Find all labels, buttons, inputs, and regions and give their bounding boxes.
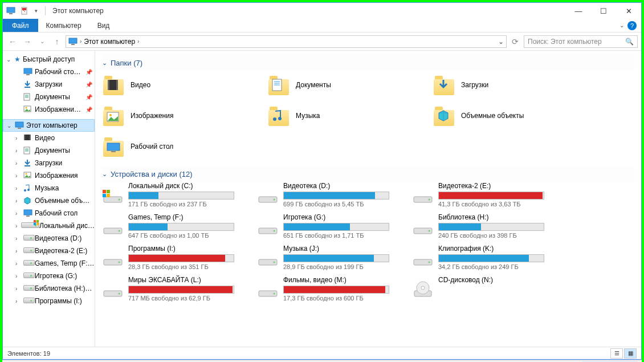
tree-item[interactable]: ›Библиотека (H:)…: [3, 282, 95, 295]
drive-item[interactable]: Клипография (K:)34,2 ГБ свободно из 249 …: [412, 245, 555, 270]
folder-item[interactable]: Рабочий стол: [102, 132, 244, 161]
drive-item[interactable]: Фильмы, видео (M:)17,3 ГБ свободно из 60…: [257, 276, 400, 302]
chevron-down-icon[interactable]: ⌄: [102, 59, 107, 67]
tree-item[interactable]: Рабочий сто…📌: [3, 66, 95, 78]
icons-view-button[interactable]: ▦: [624, 348, 637, 359]
drive-item[interactable]: Миры ЭКСАБАЙТА (L:)717 МБ свободно из 62…: [102, 276, 244, 302]
folder-label: Видео: [131, 81, 150, 89]
chevron-right-icon[interactable]: ›: [15, 185, 21, 192]
folder-label: Загрузки: [461, 81, 488, 89]
svg-rect-52: [103, 194, 106, 197]
content-pane[interactable]: ⌄ Папки (7) ВидеоДокументыЗагрузкиИзобра…: [95, 51, 641, 347]
pin-icon: 📌: [85, 107, 92, 113]
chevron-right-icon[interactable]: ›: [15, 298, 21, 304]
this-pc-node[interactable]: ⌄ Этот компьютер: [3, 119, 95, 132]
tree-item[interactable]: ›Видеотека-2 (E:): [3, 245, 95, 257]
chevron-right-icon[interactable]: ›: [15, 198, 21, 204]
folder-item[interactable]: Объемные объекты: [433, 101, 575, 130]
tree-item[interactable]: ›Локальный дис…: [3, 219, 95, 232]
separator: [45, 6, 46, 15]
tree-item[interactable]: ›Документы: [3, 144, 95, 157]
chevron-right-icon[interactable]: ›: [15, 286, 21, 292]
details-view-button[interactable]: ☰: [610, 348, 623, 359]
drive-item[interactable]: Игротека (G:)651 ГБ свободно из 1,71 ТБ: [257, 213, 400, 239]
tree-item[interactable]: ›Объемные объ…: [3, 194, 95, 207]
recent-dropdown[interactable]: ⌄: [36, 35, 48, 48]
chevron-right-icon[interactable]: ›: [15, 235, 21, 242]
maximize-button[interactable]: ☐: [591, 3, 616, 19]
folder-item[interactable]: Документы: [267, 71, 410, 99]
drives-group-header[interactable]: ⌄ Устройства и диски (12): [102, 166, 634, 182]
chevron-right-icon[interactable]: ›: [15, 273, 21, 279]
tree-item[interactable]: ›Games, Temp (F:…: [3, 257, 95, 270]
chevron-down-icon[interactable]: ⌄: [102, 170, 107, 178]
folders-group-header[interactable]: ⌄ Папки (7): [102, 55, 634, 71]
computer-tab[interactable]: Компьютер: [38, 22, 89, 30]
chevron-right-icon[interactable]: ›: [15, 223, 19, 229]
refresh-button[interactable]: ⟳: [509, 35, 521, 48]
back-button[interactable]: ←: [6, 35, 19, 48]
drive-item[interactable]: Видеотека (D:)699 ГБ свободно из 5,45 ТБ: [257, 182, 400, 208]
svg-rect-20: [24, 147, 30, 154]
tree-item[interactable]: ›Программы (I:): [3, 295, 95, 307]
tree-item[interactable]: ›Музыка: [3, 182, 95, 194]
videos-icon: [23, 134, 32, 142]
drive-item[interactable]: Видеотека-2 (E:)41,3 ГБ свободно из 3,63…: [412, 182, 555, 208]
properties-icon[interactable]: [20, 6, 29, 15]
chevron-right-icon[interactable]: ›: [15, 148, 21, 154]
chevron-right-icon[interactable]: ›: [15, 261, 21, 267]
tree-item[interactable]: Документы📌: [3, 91, 95, 103]
minimize-button[interactable]: —: [566, 3, 591, 19]
qat-dropdown-icon[interactable]: ▾: [34, 6, 38, 15]
chevron-right-icon[interactable]: ›: [15, 210, 21, 217]
chevron-right-icon[interactable]: ›: [15, 248, 21, 254]
chevron-right-icon[interactable]: ›: [15, 160, 21, 166]
chevron-down-icon[interactable]: ⌄: [7, 123, 13, 129]
drive-item[interactable]: Музыка (J:)28,9 ГБ свободно из 199 ГБ: [257, 245, 400, 270]
tree-item[interactable]: ›Рабочий стол: [3, 207, 95, 219]
tree-item[interactable]: ›Видеотека (D:): [3, 232, 95, 245]
tree-item[interactable]: ›Игротека (G:): [3, 270, 95, 282]
tree-item[interactable]: ›Видео: [3, 132, 95, 144]
svg-rect-16: [18, 128, 21, 129]
folder-item[interactable]: Загрузки: [433, 71, 575, 99]
folder-item[interactable]: Видео: [102, 71, 244, 99]
title-bar[interactable]: ▾ Этот компьютер — ☐ ✕: [3, 3, 641, 19]
close-button[interactable]: ✕: [616, 3, 641, 19]
tree-item[interactable]: ›Изображения: [3, 169, 95, 182]
help-icon[interactable]: ?: [627, 21, 637, 30]
breadcrumb[interactable]: Этот компьютер: [84, 38, 135, 46]
nav-bar: ← → ⌄ ↑ › Этот компьютер › ⌄ ⟳ Поиск: Эт…: [3, 32, 641, 51]
chevron-right-icon[interactable]: ›: [15, 173, 21, 179]
svg-rect-7: [26, 74, 30, 75]
drive-item[interactable]: CD-дисковод (N:): [412, 276, 555, 302]
ribbon-expand-icon[interactable]: ⌄: [619, 22, 624, 29]
chevron-down-icon[interactable]: ⌄: [6, 56, 12, 63]
free-space-label: 34,2 ГБ свободно из 249 ГБ: [438, 263, 555, 270]
up-button[interactable]: ↑: [51, 35, 63, 48]
svg-point-65: [119, 262, 120, 263]
view-tab[interactable]: Вид: [89, 22, 118, 30]
drive-item[interactable]: Локальный диск (C:)171 ГБ свободно из 23…: [102, 182, 244, 208]
folder-item[interactable]: Изображения: [102, 101, 244, 130]
tree-item[interactable]: Загрузки📌: [3, 78, 95, 91]
folder-item[interactable]: Музыка: [267, 101, 410, 130]
drive-item[interactable]: Games, Temp (F:)647 ГБ свободно из 1,00 …: [102, 213, 244, 239]
forward-button[interactable]: →: [21, 35, 34, 48]
tree-item[interactable]: ›Загрузки: [3, 157, 95, 169]
svg-point-71: [119, 293, 120, 295]
drive-name: CD-дисковод (N:): [438, 276, 555, 284]
tree-item[interactable]: Изображени…📌: [3, 103, 95, 116]
tree-label: Быстрый доступ: [23, 55, 75, 63]
address-bar[interactable]: › Этот компьютер › ⌄: [66, 35, 507, 48]
downloads-icon: [23, 80, 32, 88]
drive-icon: [23, 247, 32, 255]
search-box[interactable]: Поиск: Этот компьютер 🔍: [524, 35, 638, 48]
address-dropdown-icon[interactable]: ⌄: [498, 38, 504, 46]
file-tab[interactable]: Файл: [3, 19, 38, 32]
drive-item[interactable]: Библиотека (H:)240 ГБ свободно из 398 ГБ: [412, 213, 555, 239]
drive-item[interactable]: Программы (I:)28,3 ГБ свободно из 351 ГБ: [102, 245, 244, 270]
chevron-right-icon[interactable]: ›: [15, 135, 21, 141]
quick-access-node[interactable]: ⌄ ★ Быстрый доступ: [3, 53, 95, 66]
music-icon: [23, 184, 32, 192]
